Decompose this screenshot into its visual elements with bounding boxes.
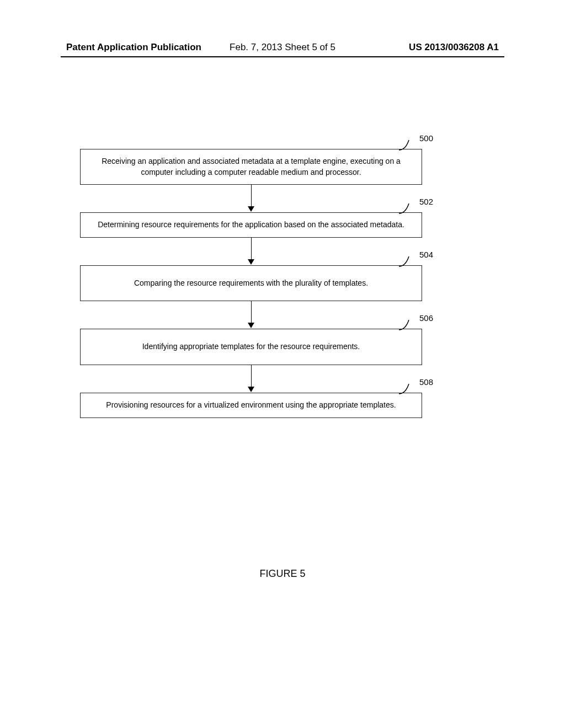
flow-step-502: 502 Determining resource requirements fo… xyxy=(80,212,422,238)
step-number: 502 xyxy=(419,197,433,206)
leader-line-icon xyxy=(399,384,415,398)
header-divider xyxy=(61,56,504,57)
flow-step-500: 500 Receiving an application and associa… xyxy=(80,149,422,185)
flow-step-508: 508 Provisioning resources for a virtual… xyxy=(80,393,422,418)
step-text: Comparing the resource requirements with… xyxy=(134,279,368,287)
step-box: Receiving an application and associated … xyxy=(80,149,422,185)
flow-arrow-icon xyxy=(80,301,422,329)
leader-line-icon xyxy=(399,320,415,334)
step-box: Comparing the resource requirements with… xyxy=(80,265,422,302)
step-text: Receiving an application and associated … xyxy=(102,157,401,176)
step-number: 500 xyxy=(419,133,433,143)
header-publication: Patent Application Publication xyxy=(66,42,201,53)
step-text: Provisioning resources for a virtualized… xyxy=(106,400,396,409)
flow-arrow-icon xyxy=(80,185,422,212)
leader-line-icon xyxy=(399,204,415,218)
flow-step-504: 504 Comparing the resource requirements … xyxy=(80,265,422,302)
flow-arrow-icon xyxy=(80,365,422,393)
step-box: Determining resource requirements for th… xyxy=(80,212,422,238)
flow-step-506: 506 Identifying appropriate templates fo… xyxy=(80,329,422,365)
page-header: Patent Application Publication Feb. 7, 2… xyxy=(0,42,565,53)
step-number: 508 xyxy=(419,377,433,387)
flowchart: 500 Receiving an application and associa… xyxy=(80,149,422,418)
figure-caption: FIGURE 5 xyxy=(0,568,565,580)
header-pub-number: US 2013/0036208 A1 xyxy=(409,42,499,53)
step-number: 506 xyxy=(419,313,433,323)
step-box: Identifying appropriate templates for th… xyxy=(80,329,422,365)
step-number: 504 xyxy=(419,250,433,259)
flow-arrow-icon xyxy=(80,238,422,265)
leader-line-icon xyxy=(399,256,415,271)
header-sheet-info: Feb. 7, 2013 Sheet 5 of 5 xyxy=(230,42,335,53)
step-text: Determining resource requirements for th… xyxy=(98,220,404,229)
leader-line-icon xyxy=(399,140,415,154)
step-text: Identifying appropriate templates for th… xyxy=(142,342,360,351)
step-box: Provisioning resources for a virtualized… xyxy=(80,393,422,418)
